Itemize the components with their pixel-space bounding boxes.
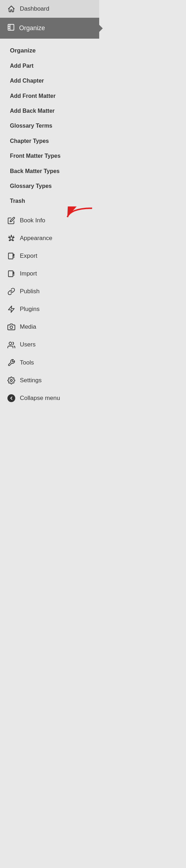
export-icon <box>7 252 16 260</box>
submenu-trash[interactable]: Trash <box>0 194 99 208</box>
import-label: Import <box>20 270 37 278</box>
organize-submenu: Organize Add Part Add Chapter Add Front … <box>0 39 99 212</box>
organize-header-label: Organize <box>19 24 45 32</box>
bolt-icon <box>7 305 16 313</box>
appearance-label: Appearance <box>20 234 52 242</box>
submenu-add-chapter[interactable]: Add Chapter <box>0 73 99 88</box>
submenu-glossary-types[interactable]: Glossary Types <box>0 179 99 194</box>
svg-point-7 <box>8 395 15 402</box>
sparkle-icon <box>7 234 16 242</box>
users-label: Users <box>20 341 35 349</box>
plugins-label: Plugins <box>20 305 40 313</box>
submenu-organize-title[interactable]: Organize <box>0 41 99 59</box>
submenu-add-back-matter[interactable]: Add Back Matter <box>0 104 99 118</box>
sidebar-item-publish[interactable]: Publish <box>0 283 99 300</box>
sidebar-item-dashboard[interactable]: Dashboard <box>0 0 99 18</box>
svg-rect-2 <box>9 253 13 259</box>
sidebar-item-collapse[interactable]: Collapse menu <box>0 389 99 407</box>
import-icon <box>7 270 16 278</box>
sidebar-item-plugins[interactable]: Plugins <box>0 300 99 318</box>
sidebar-item-settings[interactable]: Settings <box>0 372 99 389</box>
submenu-chapter-types[interactable]: Chapter Types <box>0 134 99 149</box>
svg-point-5 <box>9 342 12 344</box>
submenu-add-front-matter[interactable]: Add Front Matter <box>0 89 99 104</box>
sidebar-item-appearance[interactable]: Appearance <box>0 229 99 247</box>
sidebar-item-book-info[interactable]: Book Info <box>0 212 99 229</box>
submenu-add-part[interactable]: Add Part <box>0 59 99 73</box>
svg-rect-0 <box>8 24 14 30</box>
sidebar-item-export[interactable]: Export <box>0 247 99 265</box>
edit-icon <box>7 217 16 224</box>
export-label: Export <box>20 252 37 260</box>
collapse-label: Collapse menu <box>20 394 60 402</box>
wrench-icon <box>7 359 16 367</box>
svg-point-6 <box>10 379 12 382</box>
media-label: Media <box>20 323 36 331</box>
book-info-label: Book Info <box>20 217 45 224</box>
sidebar-item-media[interactable]: Media <box>0 318 99 336</box>
link-icon <box>7 288 16 295</box>
sidebar-item-tools[interactable]: Tools <box>0 354 99 372</box>
settings-label: Settings <box>20 377 41 384</box>
submenu-front-matter-types[interactable]: Front Matter Types <box>0 149 99 163</box>
svg-rect-3 <box>9 271 13 277</box>
publish-label: Publish <box>20 288 40 295</box>
tools-label: Tools <box>20 359 34 367</box>
camera-icon <box>7 323 16 331</box>
submenu-glossary-terms[interactable]: Glossary Terms <box>0 118 99 133</box>
collapse-icon <box>7 394 16 402</box>
book-icon <box>7 23 15 33</box>
sidebar: Dashboard Organize Organize Add Part Add… <box>0 0 99 868</box>
sidebar-item-users[interactable]: Users <box>0 336 99 354</box>
sidebar-item-import[interactable]: Import <box>0 265 99 283</box>
submenu-back-matter-types[interactable]: Back Matter Types <box>0 164 99 179</box>
users-icon <box>7 341 16 349</box>
sidebar-item-organize-header[interactable]: Organize <box>0 18 99 39</box>
home-icon <box>7 5 16 13</box>
dashboard-label: Dashboard <box>20 5 49 13</box>
svg-point-4 <box>10 326 12 329</box>
gear-icon <box>7 377 16 384</box>
